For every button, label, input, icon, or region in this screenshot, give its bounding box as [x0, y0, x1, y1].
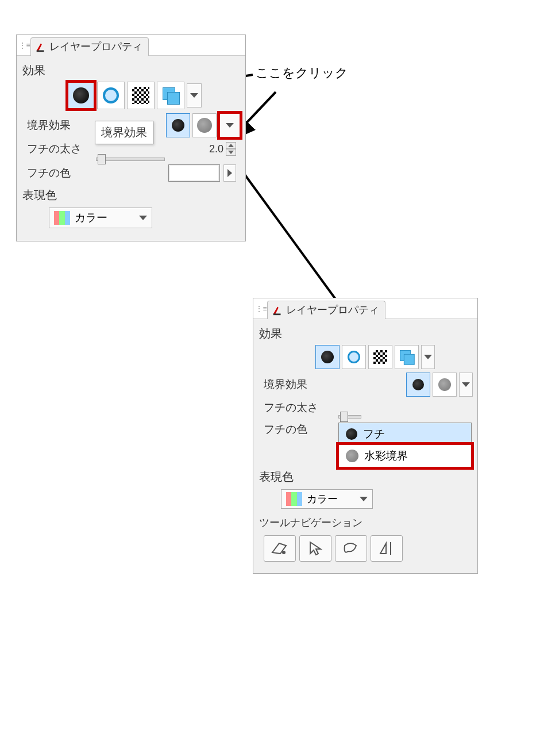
- edge-thickness-slider[interactable]: [96, 158, 165, 161]
- panel-body: 効果 境界効果: [253, 319, 477, 573]
- ruler-icon: [270, 540, 290, 557]
- layer-property-panel-1: ⋮≡ レイヤープロパティ 効果 境界効果: [16, 34, 246, 241]
- expression-color-select[interactable]: カラー: [281, 489, 373, 509]
- expression-selected-label: カラー: [307, 492, 338, 506]
- outline-circle-icon: [348, 351, 360, 363]
- slider-thumb[interactable]: [340, 412, 348, 422]
- section-effect-label: 効果: [258, 324, 473, 344]
- effect-outline-button[interactable]: [97, 82, 125, 109]
- edge-thickness-spinner: [226, 142, 236, 156]
- expression-selected-label: カラー: [75, 210, 107, 225]
- section-effect-label: 効果: [21, 60, 241, 80]
- tool-nav-lasso-button[interactable]: [335, 535, 367, 562]
- brush-check-icon: [271, 304, 284, 316]
- effect-layercolor-button[interactable]: [395, 345, 419, 369]
- effect-tone-button[interactable]: [368, 345, 392, 369]
- squares-icon: [163, 87, 179, 103]
- border-effect-row: 境界効果 境界効果: [21, 113, 241, 138]
- section-expression-label: 表現色: [21, 185, 241, 205]
- edge-color-row: フチの色: [21, 164, 241, 182]
- edge-color-swatch[interactable]: [168, 164, 220, 182]
- effect-border-button[interactable]: [315, 345, 340, 369]
- gray-blob-icon: [346, 450, 358, 462]
- edge-color-label: フチの色: [258, 422, 327, 437]
- spinner-up[interactable]: [226, 142, 236, 149]
- tab-grip-icon[interactable]: ⋮≡: [256, 301, 267, 317]
- gray-blob-icon: [438, 378, 451, 391]
- border-effect-tooltip: 境界効果: [95, 121, 153, 144]
- panel-body: 効果 境界効果: [17, 56, 245, 241]
- effect-layercolor-button[interactable]: [157, 82, 184, 109]
- border-effect-watercolor-button[interactable]: [433, 373, 457, 397]
- dropdown-item-edge-label: フチ: [363, 427, 385, 442]
- effect-border-button[interactable]: [67, 82, 95, 109]
- edge-thickness-field: 2.0: [209, 142, 236, 156]
- edge-thickness-slider-row: [258, 415, 473, 419]
- gray-blob-icon: [197, 118, 212, 133]
- svg-rect-5: [273, 313, 281, 315]
- brush-check-icon: [34, 40, 47, 53]
- filled-circle-icon: [321, 351, 334, 363]
- panel-header: ⋮≡ レイヤープロパティ: [253, 298, 477, 319]
- tool-nav-cursor-button[interactable]: [299, 535, 331, 562]
- tool-nav-triangle-button[interactable]: [371, 535, 403, 562]
- border-effect-watercolor-button[interactable]: [192, 113, 217, 137]
- panel-header: ⋮≡ レイヤープロパティ: [17, 35, 245, 56]
- cursor-icon: [306, 540, 325, 557]
- svg-rect-4: [37, 50, 44, 52]
- spinner-down[interactable]: [226, 149, 236, 156]
- checker-icon: [373, 350, 387, 364]
- tab-layer-property[interactable]: レイヤープロパティ: [267, 301, 385, 319]
- svg-line-2: [244, 92, 276, 125]
- color-bars-icon: [54, 211, 70, 225]
- color-bars-icon: [286, 492, 302, 506]
- chevron-down-icon: [139, 216, 147, 220]
- lasso-icon: [341, 540, 361, 557]
- edge-thickness-row: フチの太さ: [258, 400, 473, 415]
- border-effect-dropdown-menu: フチ 水彩境界: [338, 423, 472, 467]
- border-effect-edge-button[interactable]: [166, 113, 190, 137]
- edge-thickness-slider-row: [21, 158, 241, 161]
- annotation-click-here: ここをクリック: [256, 64, 348, 82]
- svg-point-6: [282, 551, 286, 554]
- tab-layer-property[interactable]: レイヤープロパティ: [30, 37, 149, 56]
- border-effect-row: 境界効果: [258, 373, 473, 397]
- tool-nav-ruler-button[interactable]: [264, 535, 296, 562]
- filled-circle-icon: [346, 428, 357, 440]
- slider-thumb[interactable]: [98, 154, 106, 164]
- triangle-icon: [377, 540, 396, 557]
- effect-outline-button[interactable]: [342, 345, 366, 369]
- tab-grip-icon[interactable]: ⋮≡: [19, 37, 30, 53]
- checker-icon: [132, 87, 149, 104]
- border-effect-label: 境界効果: [258, 377, 327, 392]
- layer-property-panel-2: ⋮≡ レイヤープロパティ 効果 境界効果: [253, 298, 478, 574]
- filled-circle-icon: [172, 119, 184, 132]
- effect-row: [67, 82, 241, 109]
- effect-row: [315, 345, 473, 369]
- section-tool-nav-label: ツールナビゲーション: [258, 513, 473, 532]
- edge-thickness-label: フチの太さ: [21, 141, 90, 156]
- edge-color-label: フチの色: [21, 166, 90, 181]
- edge-thickness-label: フチの太さ: [258, 400, 327, 415]
- border-effect-dropdown-arrow[interactable]: [219, 113, 241, 138]
- border-effect-edge-button[interactable]: [406, 373, 430, 397]
- dropdown-item-watercolor[interactable]: 水彩境界: [339, 445, 471, 467]
- edge-thickness-slider[interactable]: [338, 415, 361, 419]
- effect-dropdown-arrow[interactable]: [421, 345, 435, 369]
- dropdown-item-edge[interactable]: フチ: [339, 423, 471, 445]
- edge-thickness-value[interactable]: 2.0: [209, 143, 226, 155]
- squares-icon: [400, 350, 414, 364]
- border-effect-label: 境界効果: [21, 118, 90, 133]
- tab-title: レイヤープロパティ: [49, 40, 142, 53]
- outline-circle-icon: [103, 87, 119, 103]
- effect-tone-button[interactable]: [127, 82, 155, 109]
- dropdown-item-watercolor-label: 水彩境界: [364, 448, 408, 463]
- effect-dropdown-arrow[interactable]: [187, 83, 202, 108]
- tool-nav-row: [258, 532, 473, 565]
- border-effect-dropdown-arrow[interactable]: [459, 373, 473, 397]
- section-expression-label: 表現色: [258, 467, 473, 487]
- expression-color-select[interactable]: カラー: [49, 208, 152, 228]
- edge-color-picker-arrow[interactable]: [223, 164, 236, 182]
- filled-circle-icon: [412, 379, 424, 390]
- filled-circle-icon: [73, 87, 89, 103]
